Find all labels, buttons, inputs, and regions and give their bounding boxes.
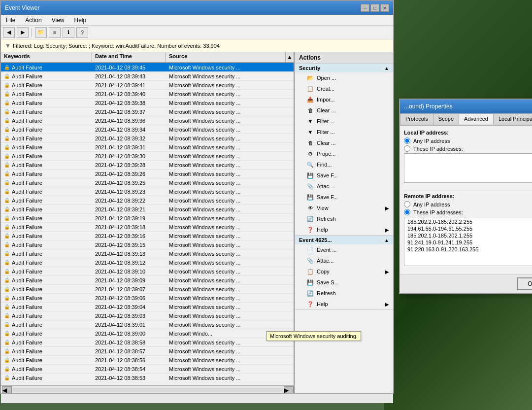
table-row[interactable]: 🔒Audit Failure2021-04-12 08:39:36Microso… [1, 116, 294, 125]
table-row[interactable]: 🔒Audit Failure2021-04-12 08:39:30Microso… [1, 152, 294, 161]
action-help[interactable]: ❓ Help ▶ [295, 224, 393, 235]
menu-file[interactable]: File [3, 16, 18, 25]
action-event-help[interactable]: ❓ Help ▶ [295, 299, 393, 309]
td-keywords: 🔒Audit Failure [1, 81, 92, 89]
table-row[interactable]: 🔒Audit Failure2021-04-12 08:39:03Microso… [1, 311, 294, 320]
action-copy[interactable]: 📋 Copy ▶ [295, 266, 393, 277]
action-refresh[interactable]: 🔄 Refresh [295, 213, 393, 224]
table-row[interactable]: 🔒Audit Failure2021-04-12 08:39:28Microso… [1, 161, 294, 170]
action-clear-log[interactable]: 🗑 Clear ... [295, 105, 393, 116]
h-scroll-right[interactable]: ▶ [284, 386, 294, 393]
minimize-button[interactable]: ─ [361, 4, 369, 12]
table-row[interactable]: 🔒Audit Failure2021-04-12 08:39:12Microso… [1, 258, 294, 267]
table-row[interactable]: 🔒Audit Failure2021-04-12 08:39:19Microso… [1, 214, 294, 223]
table-row[interactable]: 🔒Audit Failure2021-04-12 08:39:32Microso… [1, 134, 294, 143]
table-row[interactable]: 🔒Audit Failure2021-04-12 08:39:09Microso… [1, 276, 294, 285]
table-row[interactable]: 🔒Audit Failure2021-04-12 08:39:13Microso… [1, 249, 294, 258]
action-event-attach[interactable]: 📎 Attac... [295, 255, 393, 266]
action-event-detail[interactable]: 📄 Event ... [295, 244, 393, 255]
table-row[interactable]: 🔒Audit Failure2021-04-12 08:39:37Microso… [1, 107, 294, 116]
table-row[interactable]: 🔒Audit Failure2021-04-12 08:38:53Microso… [1, 374, 294, 382]
action-event-refresh[interactable]: 🔄 Refresh [295, 288, 393, 299]
h-scroll-left[interactable]: ◀ [2, 386, 12, 393]
action-attach[interactable]: 📎 Attac... [295, 181, 393, 192]
ip-list-item[interactable]: 91.220.163.0-91.220.163.255 [405, 246, 532, 253]
security-section-header[interactable]: Security ▲ [295, 64, 393, 72]
table-row[interactable]: 🔒Audit Failure2021-04-12 08:39:06Microso… [1, 294, 294, 303]
table-row[interactable]: 🔒Audit Failure2021-04-12 08:39:41Microso… [1, 81, 294, 90]
td-keywords: 🔒Audit Failure [1, 374, 92, 382]
action-create[interactable]: 📋 Creat... [295, 83, 393, 94]
ip-list-item[interactable]: 194.61.55.0-194.61.55.255 [405, 225, 532, 232]
table-row[interactable]: 🔒Audit Failure2021-04-12 08:39:45Microso… [1, 63, 294, 72]
table-row[interactable]: 🔒Audit Failure2021-04-12 08:39:34Microso… [1, 125, 294, 134]
table-row[interactable]: 🔒Audit Failure2021-04-12 08:39:10Microso… [1, 267, 294, 276]
menu-view[interactable]: View [49, 16, 67, 25]
action-open[interactable]: 📂 Open ... [295, 72, 393, 83]
ip-list-item[interactable]: 185.202.1.0-185.202.1.255 [405, 232, 532, 239]
table-row[interactable]: 🔒Audit Failure2021-04-12 08:39:07Microso… [1, 285, 294, 294]
table-row[interactable]: 🔒Audit Failure2021-04-12 08:39:38Microso… [1, 99, 294, 107]
table-row[interactable]: 🔒Audit Failure2021-04-12 08:39:04Microso… [1, 303, 294, 311]
table-row[interactable]: 🔒Audit Failure2021-04-12 08:39:40Microso… [1, 90, 294, 99]
action-save-f2[interactable]: 💾 Save F... [295, 192, 393, 203]
any-remote-radio[interactable] [404, 201, 410, 207]
horizontal-scrollbar[interactable]: ◀ ▶ [1, 385, 294, 393]
toolbar-help-button[interactable]: ? [76, 27, 88, 38]
col-source[interactable]: Source [166, 52, 286, 62]
h-scroll-track[interactable] [13, 388, 283, 392]
col-keywords[interactable]: Keywords [1, 52, 92, 62]
menu-action[interactable]: Action [22, 16, 44, 25]
status-bar [1, 393, 393, 403]
table-row[interactable]: 🔒Audit Failure2021-04-12 08:39:43Microso… [1, 72, 294, 81]
table-row[interactable]: 🔒Audit Failure2021-04-12 08:39:15Microso… [1, 240, 294, 249]
tab-local-principals[interactable]: Local Principals [493, 113, 532, 125]
table-row[interactable]: 🔒Audit Failure2021-04-12 08:38:58Microso… [1, 338, 294, 347]
event-section-header[interactable]: Event 4625... ▲ [295, 236, 393, 244]
table-row[interactable]: 🔒Audit Failure2021-04-12 08:38:56Microso… [1, 356, 294, 365]
menu-help[interactable]: Help [71, 16, 90, 25]
ip-list-item[interactable]: 91.241.19.0-91.241.19.255 [405, 239, 532, 246]
maximize-button[interactable]: □ [370, 4, 379, 12]
log-table-body[interactable]: 🔒Audit Failure2021-04-12 08:39:45Microso… [1, 63, 294, 385]
table-row[interactable]: 🔒Audit Failure2021-04-12 08:39:31Microso… [1, 143, 294, 152]
action-find[interactable]: 🔍 Find... [295, 159, 393, 170]
action-clear2[interactable]: 🗑 Clear ... [295, 137, 393, 148]
toolbar-folder-button[interactable]: 📁 [35, 27, 47, 38]
close-button[interactable]: ✕ [380, 4, 389, 12]
table-row[interactable]: 🔒Audit Failure2021-04-12 08:39:23Microso… [1, 187, 294, 196]
tab-scope[interactable]: Scope [433, 113, 459, 125]
scroll-up-arrow[interactable]: ▲ [286, 52, 294, 62]
local-ip-listbox[interactable] [404, 153, 532, 183]
any-local-radio[interactable] [404, 137, 410, 144]
remote-ip-listbox[interactable]: 185.202.2.0-185.202.2.255194.61.55.0-194… [404, 217, 532, 266]
toolbar-back-button[interactable]: ◀ [3, 27, 15, 38]
table-row[interactable]: 🔒Audit Failure2021-04-12 08:39:01Microso… [1, 320, 294, 329]
table-row[interactable]: 🔒Audit Failure2021-04-12 08:39:00Microso… [1, 329, 294, 338]
table-row[interactable]: 🔒Audit Failure2021-04-12 08:39:25Microso… [1, 178, 294, 187]
these-local-radio[interactable] [404, 145, 410, 152]
tab-protocols[interactable]: Protocols [400, 113, 433, 125]
these-remote-radio[interactable] [404, 209, 410, 215]
table-row[interactable]: 🔒Audit Failure2021-04-12 08:39:26Microso… [1, 170, 294, 178]
ok-button[interactable]: OK [517, 277, 532, 290]
action-filter[interactable]: ▼ Filter ... [295, 116, 393, 127]
tab-advanced[interactable]: Advanced [459, 113, 494, 125]
toolbar-info-button[interactable]: ℹ [63, 27, 74, 38]
toolbar-forward-button[interactable]: ▶ [17, 27, 29, 38]
ip-list-item[interactable]: 185.202.2.0-185.202.2.255 [405, 218, 532, 225]
action-properties[interactable]: ⚙ Prope... [295, 148, 393, 159]
action-save-selected[interactable]: 💾 Save S... [295, 277, 393, 288]
toolbar-list-button[interactable]: ≡ [49, 27, 61, 38]
action-save-filtered[interactable]: 💾 Save F... [295, 170, 393, 181]
table-row[interactable]: 🔒Audit Failure2021-04-12 08:39:16Microso… [1, 232, 294, 240]
table-row[interactable]: 🔒Audit Failure2021-04-12 08:38:57Microso… [1, 347, 294, 356]
table-row[interactable]: 🔒Audit Failure2021-04-12 08:39:18Microso… [1, 223, 294, 232]
action-import[interactable]: 📥 Impor... [295, 94, 393, 105]
action-view[interactable]: 👁 View ▶ [295, 203, 393, 213]
table-row[interactable]: 🔒Audit Failure2021-04-12 08:39:22Microso… [1, 196, 294, 205]
table-row[interactable]: 🔒Audit Failure2021-04-12 08:39:21Microso… [1, 205, 294, 214]
table-row[interactable]: 🔒Audit Failure2021-04-12 08:38:54Microso… [1, 365, 294, 374]
action-filter2[interactable]: ▼ Filter ... [295, 127, 393, 137]
col-datetime[interactable]: Date and Time [92, 52, 166, 62]
